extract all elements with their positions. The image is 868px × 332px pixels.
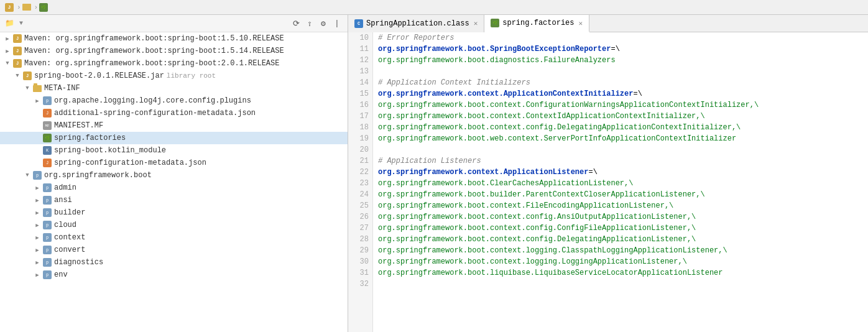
tree-item-5[interactable]: ▼ META-INF bbox=[0, 82, 348, 95]
pkg-icon: p bbox=[43, 96, 52, 105]
tree-icon: p bbox=[42, 233, 52, 242]
pkg-icon: p bbox=[43, 258, 52, 267]
tree-toggle[interactable]: ▼ bbox=[12, 73, 22, 79]
tree-item-20[interactable]: ▶ p env bbox=[0, 269, 348, 281]
settings-gear-icon[interactable]: ⚙ bbox=[318, 18, 329, 29]
tree-toggle[interactable]: ▶ bbox=[32, 210, 42, 216]
tree-item-6[interactable]: ▶ p org.apache.logging.log4j.core.config… bbox=[0, 95, 348, 107]
factories-icon: 🌿 bbox=[43, 134, 52, 142]
collapse-btn[interactable]: ⇧ bbox=[304, 18, 315, 29]
tree-icon: J bbox=[42, 108, 52, 118]
tree-item-15[interactable]: ▶ p builder bbox=[0, 206, 348, 219]
breadcrumb-item-metainf[interactable] bbox=[22, 4, 33, 11]
line-number-23: 23 bbox=[352, 178, 369, 189]
tree-item-8[interactable]: MF MANIFEST.MF bbox=[0, 119, 348, 132]
line-number-16: 16 bbox=[352, 99, 369, 111]
code-line-28: org.springframework.boot.context.config.… bbox=[378, 234, 863, 245]
jar-icon: J bbox=[13, 34, 22, 43]
tree-toggle[interactable]: ▶ bbox=[32, 222, 42, 229]
tree-toggle[interactable]: ▼ bbox=[22, 172, 32, 178]
tab-SpringApplication-class[interactable]: C SpringApplication.class ✕ bbox=[348, 15, 484, 32]
tree-toggle[interactable]: ▶ bbox=[32, 234, 42, 241]
tree-item-17[interactable]: ▶ p context bbox=[0, 231, 348, 244]
tree-toggle[interactable]: ▶ bbox=[32, 185, 42, 191]
json-icon: J bbox=[43, 109, 52, 118]
line-number-10: 10 bbox=[352, 32, 369, 44]
code-area: # Error Reportersorg.springframework.boo… bbox=[373, 32, 868, 332]
tree-icon: p bbox=[42, 257, 52, 267]
tree-toggle[interactable]: ▶ bbox=[32, 272, 42, 279]
tree-icon: J bbox=[12, 46, 22, 56]
tree-item-12[interactable]: ▼ p org.springframework.boot bbox=[0, 169, 348, 182]
jar-icon: J bbox=[13, 59, 22, 68]
pin-btn[interactable]: | bbox=[331, 18, 343, 29]
code-value: org.springframework.boot.web.context.Ser… bbox=[378, 134, 736, 143]
pkg-icon: p bbox=[43, 270, 52, 279]
code-value: org.springframework.boot.context.Configu… bbox=[378, 101, 759, 109]
panel-title: 📁 ▼ bbox=[5, 19, 23, 28]
breadcrumb-sep-1: › bbox=[17, 4, 21, 11]
tree-icon: p bbox=[42, 245, 52, 255]
tree-item-10[interactable]: K spring-boot.kotlin_module bbox=[0, 144, 348, 157]
code-value: org.springframework.boot.builder.ParentC… bbox=[378, 190, 705, 199]
tree-icon: 🌿 bbox=[42, 133, 52, 143]
pkg-icon: p bbox=[43, 183, 52, 192]
panel-dropdown-icon[interactable]: ▼ bbox=[19, 20, 23, 27]
tree-toggle[interactable]: ▼ bbox=[2, 60, 12, 67]
tree-item-2[interactable]: ▶ J Maven: org.springframework.boot:spri… bbox=[0, 45, 348, 57]
library-root-badge: library root bbox=[167, 72, 216, 80]
code-value: org.springframework.boot.context.logging… bbox=[378, 246, 727, 255]
folder-icon bbox=[22, 4, 31, 11]
code-text: =\ bbox=[588, 168, 597, 177]
tab-close-btn[interactable]: ✕ bbox=[474, 19, 478, 27]
breadcrumb-sep-2: › bbox=[34, 4, 39, 11]
tree-label: META-INF bbox=[44, 84, 80, 93]
tree-toggle[interactable]: ▶ bbox=[32, 247, 42, 254]
tree-icon: p bbox=[42, 270, 52, 280]
tree-icon: p bbox=[42, 208, 52, 218]
code-text: =\ bbox=[611, 45, 619, 53]
factories-tab-icon: 🌿 bbox=[491, 19, 499, 27]
tree-icon: J bbox=[42, 158, 52, 168]
main-layout: 📁 ▼ ⟳ ⇧ ⚙ | ▶ J Maven: org.springframewo… bbox=[0, 15, 868, 332]
tree-toggle[interactable]: ▶ bbox=[2, 35, 12, 42]
breadcrumb-item-jar[interactable]: J bbox=[5, 3, 16, 12]
code-value: org.springframework.boot.ClearCachesAppl… bbox=[378, 179, 633, 188]
code-line-26: org.springframework.boot.context.config.… bbox=[378, 211, 863, 223]
tab-close-btn[interactable]: ✕ bbox=[578, 19, 583, 27]
code-line-18: org.springframework.boot.context.config.… bbox=[378, 122, 863, 133]
tree-item-9[interactable]: 🌿 spring.factories bbox=[0, 132, 348, 144]
tree-toggle[interactable]: ▼ bbox=[22, 85, 32, 91]
tree-toggle[interactable]: ▶ bbox=[32, 197, 42, 204]
tree-item-19[interactable]: ▶ p diagnostics bbox=[0, 256, 348, 269]
tree-item-16[interactable]: ▶ p cloud bbox=[0, 219, 348, 231]
tab-spring-factories[interactable]: 🌿 spring.factories ✕ bbox=[484, 15, 589, 32]
tree-icon: p bbox=[42, 183, 52, 193]
sync-btn[interactable]: ⟳ bbox=[290, 18, 302, 29]
tree-toggle[interactable]: ▶ bbox=[2, 48, 12, 55]
tree-toggle[interactable]: ▶ bbox=[32, 259, 42, 266]
tree-item-4[interactable]: ▼ J spring-boot-2.0.1.RELEASE.jarlibrary… bbox=[0, 70, 348, 82]
breadcrumb-item-factories[interactable]: 🌿 bbox=[39, 3, 50, 12]
code-line-12: org.springframework.boot.diagnostics.Fai… bbox=[378, 55, 863, 66]
tree-item-13[interactable]: ▶ p admin bbox=[0, 182, 348, 194]
code-comment: # Error Reporters bbox=[378, 34, 454, 42]
code-line-22: org.springframework.context.ApplicationL… bbox=[378, 167, 863, 178]
code-comment: # Application Context Initializers bbox=[378, 78, 530, 87]
tree-item-1[interactable]: ▶ J Maven: org.springframework.boot:spri… bbox=[0, 32, 348, 45]
code-key: org.springframework.context.ApplicationC… bbox=[378, 90, 633, 98]
tree-item-7[interactable]: J additional-spring-configuration-metada… bbox=[0, 107, 348, 119]
code-key: org.springframework.boot.SpringBootExcep… bbox=[378, 45, 611, 53]
tree-toggle[interactable]: ▶ bbox=[32, 98, 42, 104]
project-tree[interactable]: ▶ J Maven: org.springframework.boot:spri… bbox=[0, 32, 348, 332]
tree-item-14[interactable]: ▶ p ansi bbox=[0, 194, 348, 206]
tree-item-3[interactable]: ▼ J Maven: org.springframework.boot:spri… bbox=[0, 57, 348, 70]
code-line-14: # Application Context Initializers bbox=[378, 77, 863, 88]
tree-icon: p bbox=[32, 170, 42, 180]
code-line-15: org.springframework.context.ApplicationC… bbox=[378, 88, 863, 99]
panel-header: 📁 ▼ ⟳ ⇧ ⚙ | bbox=[0, 15, 348, 32]
tree-label: builder bbox=[54, 208, 85, 217]
tree-item-11[interactable]: J spring-configuration-metadata.json bbox=[0, 157, 348, 169]
line-number-12: 12 bbox=[352, 55, 369, 66]
tree-item-18[interactable]: ▶ p convert bbox=[0, 244, 348, 256]
